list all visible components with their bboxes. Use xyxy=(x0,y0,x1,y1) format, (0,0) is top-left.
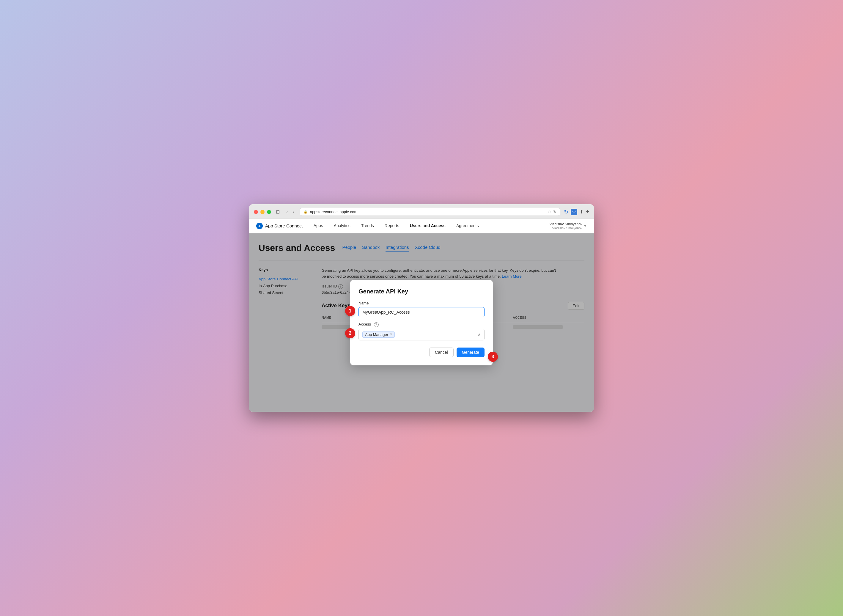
share-button[interactable]: ⬆ xyxy=(580,209,584,215)
access-tag-app-manager: App Manager × xyxy=(362,331,395,338)
access-dropdown[interactable]: App Manager × ∧ xyxy=(358,329,485,340)
refresh-icon[interactable]: ↻ xyxy=(553,210,556,214)
generate-api-key-modal: Generate API Key Name Access ? App Manag… xyxy=(350,280,493,365)
browser-toolbar-right: ↻ 🛡 ⬆ + xyxy=(564,209,589,215)
app-logo: A App Store Connect xyxy=(256,223,303,229)
modal-backdrop: Generate API Key Name Access ? App Manag… xyxy=(249,233,594,412)
close-button[interactable] xyxy=(254,210,258,214)
nav-user[interactable]: Vladislav Smolyanov Vladislav Smolyanov … xyxy=(549,222,587,230)
name-input[interactable] xyxy=(358,307,485,317)
dropdown-chevron-up-icon: ∧ xyxy=(478,332,481,337)
app-logo-text: App Store Connect xyxy=(265,223,303,228)
access-form-group: Access ? App Manager × ∧ xyxy=(358,322,485,340)
access-help-icon[interactable]: ? xyxy=(374,322,379,327)
forward-button[interactable]: › xyxy=(291,208,296,216)
reload-spinner-button[interactable]: ↻ xyxy=(564,209,568,215)
nav-item-apps[interactable]: Apps xyxy=(312,219,324,233)
nav-item-analytics[interactable]: Analytics xyxy=(333,219,352,233)
access-label: Access ? xyxy=(358,322,485,327)
svg-text:A: A xyxy=(258,224,261,228)
modal-actions: Cancel Generate xyxy=(358,348,485,357)
page-content: Users and Access People Sandbox Integrat… xyxy=(249,233,594,412)
lock-icon: 🔒 xyxy=(303,210,308,214)
traffic-lights xyxy=(254,210,271,214)
nav-item-users-and-access[interactable]: Users and Access xyxy=(409,219,447,233)
new-tab-button[interactable]: + xyxy=(586,209,589,215)
access-tag-remove-icon[interactable]: × xyxy=(390,332,392,337)
name-form-group: Name xyxy=(358,301,485,317)
url-text: appstoreconnect.apple.com xyxy=(310,210,358,214)
nav-user-primary: Vladislav Smolyanov xyxy=(549,222,582,226)
step-badge-1: 1 xyxy=(345,306,355,316)
nav-user-chevron-icon: ▼ xyxy=(584,224,587,228)
browser-nav: ‹ › xyxy=(284,208,296,216)
sidebar-toggle-button[interactable]: ⊞ xyxy=(275,208,281,216)
step-badge-2: 2 xyxy=(345,328,355,338)
step-badge-3: 3 xyxy=(488,352,498,362)
address-bar[interactable]: 🔒 appstoreconnect.apple.com ⊕ ↻ xyxy=(300,208,561,216)
browser-titlebar: ⊞ ‹ › 🔒 appstoreconnect.apple.com ⊕ ↻ ↻ … xyxy=(249,204,594,219)
nav-item-agreements[interactable]: Agreements xyxy=(455,219,480,233)
extension-icon[interactable]: 🛡 xyxy=(571,209,577,215)
nav-user-name: Vladislav Smolyanov Vladislav Smolyanov xyxy=(549,222,582,230)
cancel-button[interactable]: Cancel xyxy=(429,348,454,357)
name-label: Name xyxy=(358,301,485,305)
browser-window: ⊞ ‹ › 🔒 appstoreconnect.apple.com ⊕ ↻ ↻ … xyxy=(249,204,594,412)
back-button[interactable]: ‹ xyxy=(284,208,290,216)
fullscreen-button[interactable] xyxy=(267,210,271,214)
nav-item-reports[interactable]: Reports xyxy=(383,219,400,233)
app-store-connect-logo-icon: A xyxy=(256,223,263,229)
nav-item-trends[interactable]: Trends xyxy=(360,219,375,233)
app-nav: A App Store Connect Apps Analytics Trend… xyxy=(249,219,594,233)
modal-title: Generate API Key xyxy=(358,288,485,295)
minimize-button[interactable] xyxy=(260,210,265,214)
nav-user-secondary: Vladislav Smolyanov xyxy=(549,226,582,230)
nav-items: Apps Analytics Trends Reports Users and … xyxy=(312,219,550,233)
generate-button[interactable]: Generate xyxy=(457,348,485,357)
translate-icon: ⊕ xyxy=(548,210,551,214)
